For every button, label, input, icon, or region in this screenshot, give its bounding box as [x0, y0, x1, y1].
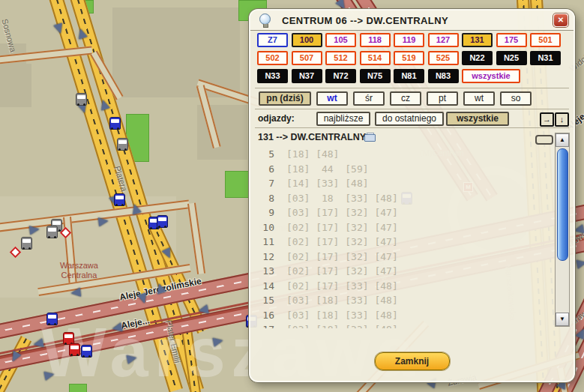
line-button-N75[interactable]: N75 [360, 69, 391, 83]
line-button-N81[interactable]: N81 [394, 69, 424, 83]
line-button-131[interactable]: 131 [462, 33, 493, 47]
line-button-105[interactable]: 105 [325, 33, 356, 47]
dialog-title: CENTRUM 06 --> DW.CENTRALNY [282, 15, 448, 26]
day-tab-r[interactable]: śr [353, 91, 385, 106]
line-button-512[interactable]: 512 [325, 51, 356, 65]
direction-arrow-icon [197, 304, 208, 315]
line-button-Z7[interactable]: Z7 [257, 33, 288, 47]
day-tab-cz[interactable]: cz [390, 91, 421, 106]
schedule-hour: 13 [256, 265, 274, 277]
line-button-119[interactable]: 119 [394, 33, 424, 47]
schedule-hour: 5 [256, 148, 274, 160]
schedule-hour: 6 [256, 163, 274, 175]
schedule-row: 14[02] [17] [33] [48] [256, 279, 550, 294]
day-tab-pndzi[interactable]: pn (dziś) [259, 91, 311, 106]
schedule-hour: 17 [256, 324, 274, 328]
direction-arrow-icon [70, 288, 81, 298]
departures-label: odjazdy: [258, 113, 295, 124]
schedule-hour: 9 [256, 207, 274, 218]
close-button[interactable]: Zamknij [375, 352, 450, 370]
line-button-502[interactable]: 502 [257, 51, 288, 65]
line-button-519[interactable]: 519 [394, 51, 424, 65]
route-header: 131 --> DW.CENTRALNY [258, 132, 366, 142]
bus-icon [109, 117, 121, 130]
day-tab-wt[interactable]: wt [316, 91, 348, 106]
direction-arrow-icon [212, 336, 223, 346]
day-tab-so[interactable]: so [500, 91, 532, 106]
schedule-hour: 15 [256, 295, 274, 306]
schedule-minutes: [03] [18] [33] [48] [286, 310, 398, 321]
filter-button-wszystkie[interactable]: wszystkie [446, 112, 509, 126]
scroll-up-icon[interactable]: ▲ [556, 133, 569, 147]
schedule-hour: 14 [256, 280, 274, 292]
filter-button-do-ostatniego[interactable]: do ostatniego [375, 112, 444, 126]
line-button-N37[interactable]: N37 [292, 69, 322, 83]
app-window: SosnowaPlateraPlater EmiliiWarszawa Cent… [0, 0, 584, 392]
print-icon[interactable] [364, 133, 376, 142]
line-button-N83[interactable]: N83 [428, 69, 459, 83]
line-button-100[interactable]: 100 [292, 33, 322, 47]
filter-button-najbli-sze[interactable]: najbliższe [316, 112, 370, 126]
scroll-down-icon[interactable]: ▼ [556, 313, 569, 326]
schedule-row: 15[03] [18] [33] [48] [256, 293, 550, 308]
separator [255, 88, 569, 88]
schedule-row: 16[03] [18] [33] [48] [256, 308, 550, 323]
schedule-row: 10[02] [17] [32] [47] [256, 220, 550, 235]
line-button-wszystkie[interactable]: wszystkie [462, 69, 520, 83]
road [187, 202, 205, 274]
print-body [364, 134, 376, 142]
line-button-grid: Z710010511811912713117550150250751251451… [257, 33, 570, 87]
schedule-row: 9[03] [17] [32] [47] [256, 205, 550, 220]
minimize-icon[interactable] [535, 135, 553, 145]
line-button-N25[interactable]: N25 [496, 51, 527, 65]
schedule-minutes: [18] 44 [59] [286, 163, 369, 175]
schedule-hour: 8 [256, 193, 274, 204]
scrollbar-thumb[interactable] [557, 148, 568, 261]
direction-arrow-icon [576, 258, 584, 268]
line-button-118[interactable]: 118 [360, 33, 391, 47]
line-button-175[interactable]: 175 [496, 33, 527, 47]
schedule-row: 7[14] [33] [48] [256, 176, 550, 191]
schedule-minutes: [03] [18] [33] [48] [286, 295, 398, 306]
open-down-icon[interactable]: ↓ [555, 112, 569, 127]
open-right-icon[interactable]: → [540, 112, 554, 127]
schedule-minutes: [02] [17] [32] [47] [286, 236, 398, 247]
day-tab-wt[interactable]: wt [463, 91, 495, 106]
line-button-N22[interactable]: N22 [462, 51, 493, 65]
schedule-list: 5[18] [48]6[18] 44 [59]7[14] [33] [48]8[… [256, 147, 550, 328]
timetable-dialog: CENTRUM 06 --> DW.CENTRALNY ✕ Z710010511… [249, 9, 575, 382]
dialog-titlebar[interactable]: CENTRUM 06 --> DW.CENTRALNY ✕ [250, 10, 574, 31]
bus-icon [157, 215, 168, 228]
line-button-N31[interactable]: N31 [530, 51, 561, 65]
direction-arrow-icon [126, 353, 137, 364]
bus-icon [114, 193, 125, 206]
bus-icon [81, 345, 92, 358]
line-button-514[interactable]: 514 [360, 51, 391, 65]
building-patch [0, 64, 31, 107]
schedule-row: 6[18] 44 [59] [256, 162, 550, 177]
line-button-507[interactable]: 507 [292, 51, 322, 65]
day-tabs: pn (dziś)wtśrczptwtso [259, 91, 537, 106]
schedule-hour: 16 [256, 310, 274, 321]
schedule-minutes: [14] [33] [48] [286, 178, 369, 189]
direction-arrow-icon [29, 225, 40, 235]
schedule-row: 13[02] [17] [32] [47] [256, 264, 550, 279]
schedule-minutes: [02] [17] [32] [47] [286, 265, 398, 277]
line-button-501[interactable]: 501 [530, 33, 561, 47]
schedule-minutes: [02] [17] [33] [48] [286, 280, 398, 292]
line-button-N72[interactable]: N72 [325, 69, 356, 83]
scrollbar[interactable]: ▲ ▼ [555, 133, 570, 327]
separator [255, 127, 569, 128]
schedule-row: 8[03] 18 [33] [48] [256, 191, 550, 206]
schedule-minutes: [03] 18 [33] [48] [286, 193, 398, 204]
map-label: Warszawa Centralna [60, 261, 98, 280]
line-button-525[interactable]: 525 [428, 51, 459, 65]
tram-icon [69, 343, 80, 356]
close-icon[interactable]: ✕ [553, 13, 568, 27]
line-button-N33[interactable]: N33 [257, 69, 288, 83]
bus-icon [46, 313, 58, 325]
direction-arrow-icon [32, 338, 43, 349]
line-button-127[interactable]: 127 [428, 33, 459, 47]
day-tab-pt[interactable]: pt [427, 91, 458, 106]
bulb-icon [259, 13, 271, 25]
